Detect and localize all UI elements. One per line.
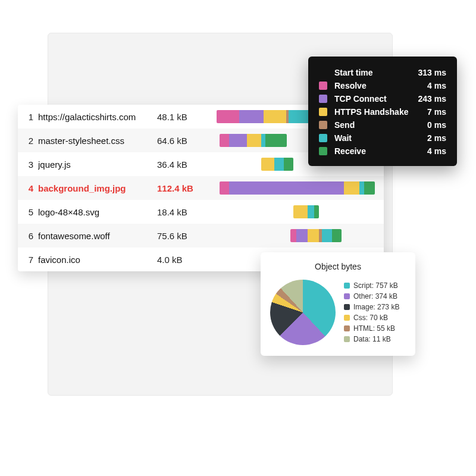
wait-segment — [359, 181, 364, 195]
timing-row: Resolve4 ms — [319, 79, 446, 92]
row-index: 2 — [18, 136, 38, 146]
waterfall-track — [217, 205, 377, 218]
row-index: 4 — [18, 183, 38, 193]
waterfall-track — [217, 229, 377, 242]
request-size: 48.1 kB — [157, 112, 217, 122]
request-size: 75.6 kB — [157, 231, 217, 241]
https-segment — [247, 134, 262, 147]
receive-swatch — [319, 147, 327, 155]
request-size: 64.6 kB — [157, 136, 217, 146]
waterfall-bar[interactable] — [220, 134, 287, 147]
wait-segment — [261, 134, 265, 147]
timing-row: HTTPS Handshake7 ms — [319, 105, 446, 118]
timing-label: Send — [334, 120, 422, 130]
legend-label: Other: 374 kB — [353, 291, 397, 302]
object-bytes-panel: Object bytes Script: 757 kBOther: 374 kB… — [261, 252, 415, 356]
https-segment — [308, 229, 319, 242]
request-size: 112.4 kB — [157, 183, 217, 193]
request-name-link[interactable]: master-stylesheet.css — [38, 136, 157, 146]
request-name-link[interactable]: jquery.js — [38, 159, 157, 170]
table-row[interactable]: 5logo-48×48.svg18.4 kB — [18, 200, 384, 224]
timing-value: 0 ms — [427, 120, 446, 130]
waterfall-bar[interactable] — [290, 229, 342, 242]
row-index: 5 — [18, 207, 38, 217]
resolve-segment — [220, 134, 229, 147]
https-segment — [293, 205, 308, 218]
resolve-segment — [290, 229, 296, 242]
timing-row: Wait2 ms — [319, 131, 446, 145]
blank-swatch — [319, 68, 327, 77]
receive-segment — [364, 181, 375, 195]
request-name-link[interactable]: favicon.ico — [38, 255, 157, 265]
legend-label: HTML: 55 kB — [353, 323, 395, 334]
timing-value: 243 ms — [418, 94, 446, 104]
wait-swatch — [319, 134, 327, 142]
receive-segment — [284, 158, 293, 171]
https-segment — [264, 110, 286, 123]
legend-swatch — [344, 304, 350, 310]
https-segment — [344, 181, 359, 195]
timing-value: 4 ms — [427, 81, 446, 90]
legend-swatch — [344, 293, 350, 299]
https-segment — [261, 158, 274, 171]
https-swatch — [319, 108, 327, 116]
wait-segment — [322, 229, 332, 242]
resolve-segment — [220, 181, 229, 195]
row-index: 1 — [18, 112, 38, 122]
legend-row: Other: 374 kB — [344, 291, 399, 302]
timing-value: 313 ms — [418, 68, 446, 77]
legend-swatch — [344, 325, 350, 331]
timing-row: TCP Connect243 ms — [319, 92, 446, 105]
legend-label: Data: 11 kB — [353, 334, 391, 345]
legend-row: Script: 757 kB — [344, 280, 399, 291]
row-index: 3 — [18, 159, 38, 170]
waterfall-bar[interactable] — [261, 158, 293, 171]
request-size: 18.4 kB — [157, 207, 217, 217]
tcp-segment — [229, 181, 344, 195]
object-bytes-title: Object bytes — [270, 262, 406, 271]
request-size: 4.0 kB — [157, 255, 217, 265]
timing-label: HTTPS Handshake — [334, 107, 422, 117]
row-index: 6 — [18, 231, 38, 241]
timing-value: 7 ms — [427, 107, 446, 117]
legend-row: Css: 70 kB — [344, 312, 399, 323]
legend-row: Data: 11 kB — [344, 334, 399, 345]
legend-swatch — [344, 336, 350, 342]
timing-label: TCP Connect — [334, 94, 414, 104]
pie-legend: Script: 757 kBOther: 374 kBImage: 273 kB… — [344, 280, 399, 345]
timing-label: Resolve — [334, 81, 422, 90]
receive-segment — [314, 205, 320, 218]
resolve-segment — [217, 110, 239, 123]
wait-segment — [289, 110, 309, 123]
send-swatch — [319, 121, 327, 129]
timing-label: Receive — [334, 146, 422, 156]
timing-tooltip: Start time313 msResolve4 msTCP Connect24… — [308, 57, 457, 166]
timing-value: 2 ms — [427, 133, 446, 143]
waterfall-track — [217, 181, 377, 195]
timing-value: 4 ms — [427, 146, 446, 156]
tcp-segment — [296, 229, 308, 242]
request-name-link[interactable]: https://galacticshirts.com — [38, 112, 157, 122]
row-index: 7 — [18, 255, 38, 265]
legend-row: Image: 273 kB — [344, 302, 399, 312]
request-name-link[interactable]: logo-48×48.svg — [38, 207, 157, 217]
request-size: 36.4 kB — [157, 159, 217, 170]
request-name-link[interactable]: fontawesome.woff — [38, 231, 157, 241]
table-row[interactable]: 4background_img.jpg112.4 kB — [18, 176, 384, 200]
receive-segment — [332, 229, 341, 242]
tcp-swatch — [319, 95, 327, 103]
legend-label: Script: 757 kB — [353, 280, 398, 291]
timing-row: Start time313 ms — [319, 66, 446, 79]
waterfall-bar[interactable] — [293, 205, 319, 218]
legend-label: Image: 273 kB — [353, 302, 399, 312]
timing-label: Start time — [334, 68, 414, 77]
timing-row: Receive4 ms — [319, 145, 446, 158]
table-row[interactable]: 6fontawesome.woff75.6 kB — [18, 224, 384, 248]
legend-label: Css: 70 kB — [353, 312, 388, 323]
legend-swatch — [344, 315, 350, 321]
resolve-swatch — [319, 82, 327, 90]
request-name-link[interactable]: background_img.jpg — [38, 183, 157, 193]
legend-row: HTML: 55 kB — [344, 323, 399, 334]
waterfall-bar[interactable] — [220, 181, 375, 195]
wait-segment — [274, 158, 284, 171]
